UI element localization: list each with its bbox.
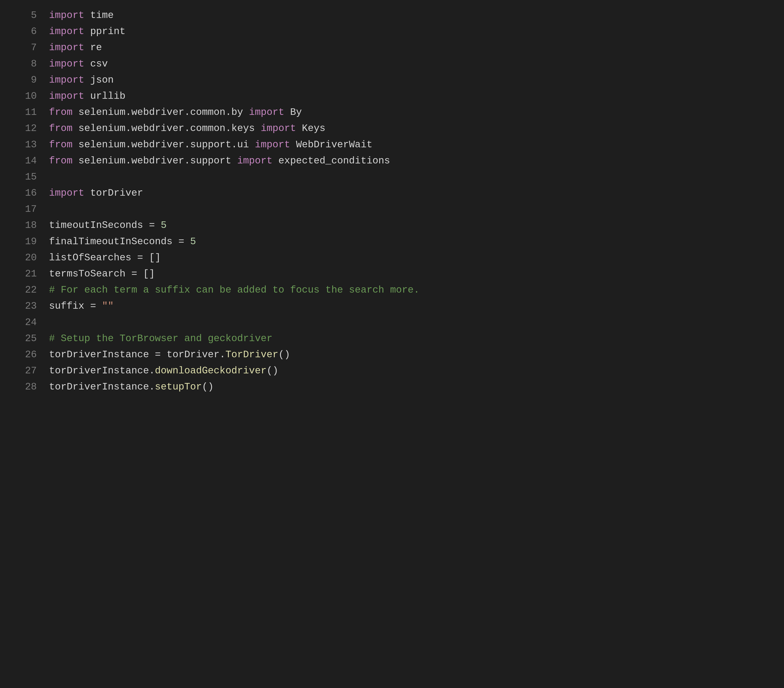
token-id: re xyxy=(84,42,102,53)
code-content[interactable]: torDriverInstance = torDriver.TorDriver(… xyxy=(49,346,784,363)
code-content[interactable]: torDriverInstance.downloadGeckodriver() xyxy=(49,363,784,379)
code-line[interactable]: 5import time xyxy=(0,7,784,23)
code-line[interactable]: 11from selenium.webdriver.common.by impo… xyxy=(0,104,784,120)
code-content[interactable]: from selenium.webdriver.common.by import… xyxy=(49,104,784,120)
code-line[interactable]: 13from selenium.webdriver.support.ui imp… xyxy=(0,137,784,153)
token-id xyxy=(184,236,190,247)
code-content[interactable]: import json xyxy=(49,72,784,88)
token-id: () xyxy=(278,349,290,360)
token-id: selenium.webdriver.common.by xyxy=(72,107,249,118)
token-kw: import xyxy=(49,187,84,199)
code-line[interactable]: 26torDriverInstance = torDriver.TorDrive… xyxy=(0,346,784,363)
line-number: 23 xyxy=(0,298,49,314)
code-content[interactable]: import pprint xyxy=(49,23,784,39)
token-id: finalTimeoutInSeconds xyxy=(49,236,178,247)
code-line[interactable]: 16import torDriver xyxy=(0,185,784,201)
code-content[interactable] xyxy=(49,201,784,217)
token-id: torDriverInstance. xyxy=(49,365,155,376)
code-content[interactable]: from selenium.webdriver.common.keys impo… xyxy=(49,120,784,136)
token-id: timeoutInSeconds xyxy=(49,220,149,231)
line-number: 28 xyxy=(0,379,49,395)
line-number: 22 xyxy=(0,282,49,298)
code-line[interactable]: 19finalTimeoutInSeconds = 5 xyxy=(0,234,784,250)
line-number: 8 xyxy=(0,56,49,72)
token-id: time xyxy=(84,10,114,21)
token-id: WebDriverWait xyxy=(290,139,372,150)
line-number: 9 xyxy=(0,72,49,88)
token-id: selenium.webdriver.support.ui xyxy=(72,139,255,150)
token-op: = xyxy=(178,236,184,247)
code-line[interactable]: 25# Setup the TorBrowser and geckodriver xyxy=(0,330,784,346)
code-line[interactable]: 15 xyxy=(0,169,784,185)
code-line[interactable]: 18timeoutInSeconds = 5 xyxy=(0,217,784,233)
token-fn: setupTor xyxy=(155,381,202,392)
token-num: 5 xyxy=(161,220,166,231)
code-content[interactable]: import torDriver xyxy=(49,185,784,201)
token-kw: import xyxy=(249,107,284,118)
code-line[interactable]: 21termsToSearch = [] xyxy=(0,266,784,282)
code-content[interactable]: from selenium.webdriver.support import e… xyxy=(49,153,784,169)
code-content[interactable] xyxy=(49,314,784,330)
token-id: [] xyxy=(137,268,155,279)
code-content[interactable]: timeoutInSeconds = 5 xyxy=(49,217,784,233)
code-content[interactable]: import time xyxy=(49,7,784,23)
token-kw: import xyxy=(49,10,84,21)
code-line[interactable]: 9import json xyxy=(0,72,784,88)
code-line[interactable]: 23suffix = "" xyxy=(0,298,784,314)
code-line[interactable]: 17 xyxy=(0,201,784,217)
token-id: torDriverInstance xyxy=(49,349,155,360)
code-content[interactable]: import urllib xyxy=(49,88,784,104)
token-id: () xyxy=(202,381,214,392)
token-kw: import xyxy=(49,74,84,85)
token-id: suffix xyxy=(49,300,90,312)
token-kw: from xyxy=(49,123,72,134)
code-editor[interactable]: 5import time6import pprint7import re8imp… xyxy=(0,0,784,407)
code-content[interactable]: termsToSearch = [] xyxy=(49,266,784,282)
code-line[interactable]: 28torDriverInstance.setupTor() xyxy=(0,379,784,395)
token-id: Keys xyxy=(296,123,325,134)
token-id: listOfSearches xyxy=(49,252,137,263)
code-content[interactable]: from selenium.webdriver.support.ui impor… xyxy=(49,137,784,153)
code-line[interactable]: 6import pprint xyxy=(0,23,784,39)
code-line[interactable]: 7import re xyxy=(0,39,784,56)
token-kw: import xyxy=(49,90,84,102)
token-kw: from xyxy=(49,107,72,118)
token-id: () xyxy=(267,365,278,376)
token-fn: downloadGeckodriver xyxy=(155,365,267,376)
token-kw: import xyxy=(261,123,296,134)
line-number: 25 xyxy=(0,330,49,346)
code-line[interactable]: 8import csv xyxy=(0,56,784,72)
code-line[interactable]: 22# For each term a suffix can be added … xyxy=(0,282,784,298)
token-id: torDriver. xyxy=(161,349,226,360)
code-line[interactable]: 10import urllib xyxy=(0,88,784,104)
code-line[interactable]: 27torDriverInstance.downloadGeckodriver(… xyxy=(0,363,784,379)
line-number: 7 xyxy=(0,39,49,56)
code-content[interactable]: import re xyxy=(49,39,784,56)
code-content[interactable]: # For each term a suffix can be added to… xyxy=(49,282,784,298)
code-content[interactable]: # Setup the TorBrowser and geckodriver xyxy=(49,330,784,346)
token-kw: import xyxy=(255,139,290,150)
line-number: 18 xyxy=(0,217,49,233)
line-number: 6 xyxy=(0,23,49,39)
code-line[interactable]: 24 xyxy=(0,314,784,330)
token-id: termsToSearch xyxy=(49,268,131,279)
line-number: 13 xyxy=(0,137,49,153)
code-content[interactable]: torDriverInstance.setupTor() xyxy=(49,379,784,395)
token-op: = xyxy=(90,300,96,312)
token-id xyxy=(155,220,161,231)
code-line[interactable]: 14from selenium.webdriver.support import… xyxy=(0,153,784,169)
token-op: = xyxy=(137,252,143,263)
code-content[interactable]: listOfSearches = [] xyxy=(49,250,784,266)
code-content[interactable]: suffix = "" xyxy=(49,298,784,314)
token-kw: import xyxy=(49,58,84,69)
code-content[interactable]: import csv xyxy=(49,56,784,72)
token-id: expected_conditions xyxy=(273,155,390,166)
code-content[interactable] xyxy=(49,169,784,185)
line-number: 24 xyxy=(0,314,49,330)
line-number: 10 xyxy=(0,88,49,104)
code-content[interactable]: finalTimeoutInSeconds = 5 xyxy=(49,234,784,250)
code-line[interactable]: 12from selenium.webdriver.common.keys im… xyxy=(0,120,784,136)
code-line[interactable]: 20listOfSearches = [] xyxy=(0,250,784,266)
token-id: torDriverInstance. xyxy=(49,381,155,392)
token-id: urllib xyxy=(84,90,125,102)
